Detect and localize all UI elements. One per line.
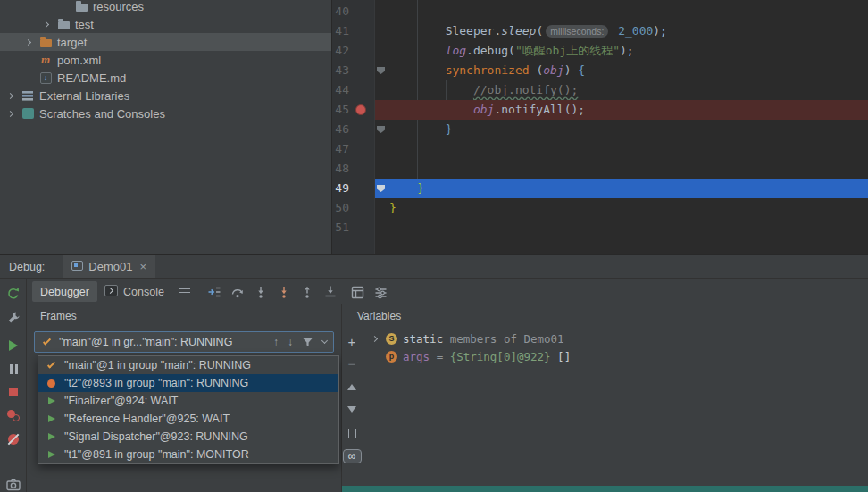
add-watch-icon[interactable]: + <box>343 332 361 350</box>
project-item-test[interactable]: test <box>0 15 331 33</box>
variables-header: Variables <box>342 304 868 327</box>
code-line[interactable]: } <box>375 198 868 218</box>
gutter-line[interactable]: 43 <box>332 61 374 80</box>
project-item-pom-xml[interactable]: mpom.xml <box>0 51 331 69</box>
project-item-label: target <box>57 36 87 49</box>
code-line[interactable]: } <box>375 120 868 139</box>
fold-marker-icon[interactable] <box>377 185 385 192</box>
stop-icon[interactable] <box>4 383 22 401</box>
debug-tab-icon <box>71 260 83 273</box>
gutter-line[interactable]: 44 <box>332 80 374 100</box>
duplicate-icon[interactable] <box>343 424 361 442</box>
fold-marker-icon[interactable] <box>377 126 385 133</box>
tab-debugger[interactable]: Debugger <box>32 281 97 302</box>
project-item-label: External Libraries <box>39 89 129 103</box>
code-editor[interactable]: 404142434445464748495051 Sleeper.sleep(m… <box>332 0 868 254</box>
gutter-line[interactable]: 48 <box>332 159 374 179</box>
gutter-line[interactable]: 40 <box>332 2 374 21</box>
code-line[interactable] <box>375 2 868 21</box>
thread-item[interactable]: "Finalizer"@924: WAIT <box>38 392 338 410</box>
tab-close-icon[interactable]: × <box>139 260 146 273</box>
remove-watch-icon[interactable]: − <box>343 354 361 372</box>
thread-item[interactable]: "t2"@893 in group "main": RUNNING <box>38 374 338 392</box>
folder-icon <box>58 21 70 29</box>
editor-gutter[interactable]: 404142434445464748495051 <box>332 0 375 254</box>
line-number: 41 <box>335 24 349 38</box>
code-line[interactable]: Sleeper.sleep(milliseconds: 2_000); <box>375 21 868 41</box>
show-execution-point-icon[interactable] <box>205 283 223 301</box>
toolwindow-title: Debug: <box>9 261 45 273</box>
parameter-hint: milliseconds: <box>546 25 608 38</box>
chevron-right-icon[interactable] <box>42 21 48 27</box>
debug-session-tab[interactable]: Demo01 × <box>63 255 155 278</box>
code-line[interactable]: //obj.notify(); <box>375 80 868 100</box>
step-over-icon[interactable] <box>229 283 246 301</box>
gutter-line[interactable]: 45 <box>332 100 374 120</box>
force-step-into-icon[interactable] <box>275 283 293 301</box>
resume-program-icon[interactable] <box>4 337 22 354</box>
chevron-right-icon[interactable] <box>6 92 13 98</box>
gutter-line[interactable]: 42 <box>332 41 374 61</box>
code-line[interactable] <box>375 139 868 159</box>
build-icon[interactable] <box>4 308 22 326</box>
folder-icon <box>40 39 52 47</box>
project-item-target[interactable]: target <box>0 33 331 51</box>
thread-item[interactable]: "Signal Dispatcher"@923: RUNNING <box>38 428 338 446</box>
previous-frame-icon[interactable]: ↑ <box>273 336 279 348</box>
next-frame-icon[interactable]: ↓ <box>288 336 293 348</box>
camera-thread-dump-icon[interactable] <box>4 475 22 492</box>
gutter-line[interactable]: 50 <box>332 198 374 218</box>
markdown-icon: ↓ <box>40 72 52 84</box>
pause-program-icon[interactable] <box>4 360 22 378</box>
combo-chevron-icon[interactable] <box>322 341 327 343</box>
filter-icon[interactable] <box>302 337 313 348</box>
breakpoint-icon[interactable] <box>355 104 366 115</box>
move-up-icon[interactable] <box>343 378 361 396</box>
thread-combobox[interactable]: "main"@1 in gr..."main": RUNNING↑↓ <box>34 331 334 353</box>
editor-code[interactable]: Sleeper.sleep(milliseconds: 2_000); log.… <box>375 0 868 254</box>
chevron-right-icon[interactable] <box>24 38 30 45</box>
gutter-line[interactable]: 51 <box>332 218 374 238</box>
console-icon <box>104 285 118 299</box>
gutter-line[interactable]: 41 <box>332 21 374 41</box>
hamburger-menu-icon[interactable] <box>175 283 193 301</box>
code-line[interactable]: synchronized (obj) { <box>375 61 868 80</box>
step-into-icon[interactable] <box>252 283 270 301</box>
code-line[interactable] <box>375 218 868 238</box>
show-watches-icon[interactable]: ∞ <box>343 447 361 465</box>
gutter-line[interactable]: 49 <box>332 179 374 198</box>
project-item-external-libraries[interactable]: External Libraries <box>0 87 331 104</box>
move-down-icon[interactable] <box>343 400 361 418</box>
thread-item[interactable]: "t1"@891 in group "main": MONITOR <box>38 446 338 463</box>
folder-icon <box>76 4 88 12</box>
gutter-line[interactable]: 47 <box>332 139 374 159</box>
line-number: 42 <box>335 44 349 57</box>
mute-breakpoints-icon[interactable] <box>4 430 22 448</box>
watch-toolbar: +−∞ <box>342 327 362 492</box>
code-line[interactable] <box>375 159 868 179</box>
run-to-cursor-icon[interactable] <box>321 283 339 301</box>
gutter-line[interactable]: 46 <box>332 120 374 139</box>
restore-layout-icon[interactable] <box>348 283 366 301</box>
code-line[interactable]: log.debug("唤醒obj上的线程"); <box>375 41 868 61</box>
thread-item[interactable]: "main"@1 in group "main": RUNNING <box>38 356 338 374</box>
thread-status-icon <box>46 397 57 404</box>
view-options-icon[interactable] <box>371 283 389 301</box>
thread-item[interactable]: "Reference Handler"@925: WAIT <box>38 410 338 428</box>
fold-marker-icon[interactable] <box>377 67 385 74</box>
chevron-right-icon[interactable] <box>6 110 13 116</box>
project-item-scratches-and-consoles[interactable]: Scratches and Consoles <box>0 104 331 122</box>
variable-row[interactable]: Sstatic members of Demo01 <box>362 329 868 347</box>
view-breakpoints-icon[interactable] <box>4 406 22 424</box>
code-line[interactable]: obj.notifyAll(); <box>375 100 868 120</box>
rerun-debug-icon[interactable] <box>4 285 22 303</box>
project-item-resources[interactable]: resources <box>0 0 331 15</box>
variable-text: args = {String[0]@922} [] <box>403 350 571 363</box>
expand-chevron-icon[interactable] <box>371 335 378 341</box>
code-line[interactable]: } <box>375 179 868 198</box>
step-out-icon[interactable] <box>298 283 316 301</box>
tab-console[interactable]: Console <box>96 281 172 302</box>
variable-row[interactable]: pargs = {String[0]@922} [] <box>362 347 868 365</box>
project-item-label: README.md <box>57 71 126 85</box>
project-item-readme-md[interactable]: ↓README.md <box>0 69 331 87</box>
